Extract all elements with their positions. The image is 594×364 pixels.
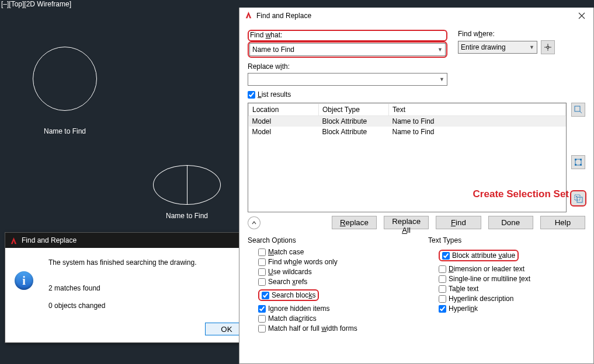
wildcards-checkbox[interactable] [258,268,266,276]
block-attribute-value-label: Block attribute value [452,251,515,260]
chevron-down-icon: ▼ [437,47,443,52]
col-location[interactable]: Location [249,104,319,116]
match-diacritics-label: Match diacritics [268,314,317,323]
table-text-label: Table text [449,285,478,293]
find-where-select[interactable]: Entire drawing▼ [458,41,537,54]
create-selection-set-button[interactable] [570,190,586,206]
dimension-text-checkbox[interactable] [439,265,446,273]
dialog-titlebar[interactable]: Find and Replace [239,8,593,24]
search-xrefs-label: Search xrefs [268,278,307,286]
match-case-label: Match case [268,248,304,256]
ellipse-label: Name to Find [153,212,221,220]
svg-point-11 [576,196,577,197]
wildcards-label: Use wildcards [268,268,312,276]
replace-all-button[interactable]: Replace All [384,216,429,229]
dimension-text-label: Dimension or leader text [449,265,524,273]
ignore-hidden-label: Ignore hidden items [268,304,329,313]
text-types-heading: Text Types [428,236,585,244]
hyperlink-desc-checkbox[interactable] [439,295,446,303]
single-multiline-checkbox[interactable] [439,275,446,283]
col-text[interactable]: Text [389,104,566,116]
messagebox-title: Find and Replace [22,236,232,244]
chevron-down-icon: ▼ [439,76,444,82]
table-row[interactable]: ModelBlock AttributeName to Find [249,116,566,127]
match-diacritics-checkbox[interactable] [258,315,266,323]
messagebox-line1: The system has finished searching the dr… [48,257,196,268]
replace-button[interactable]: Replace [332,216,377,229]
table-row[interactable]: ModelBlock AttributeName to Find [249,127,566,137]
svg-rect-6 [580,159,582,160]
svg-rect-5 [575,159,576,160]
chevron-down-icon: ▼ [529,44,534,50]
search-xrefs-checkbox[interactable] [258,278,266,286]
svg-marker-1 [246,12,251,18]
search-options-heading: Search Options [248,236,405,244]
search-options-group: Search Options Match case Find whole wor… [248,236,405,334]
block-attribute-value-checkbox[interactable] [442,252,450,260]
circle-label: Name to Find [33,127,97,135]
half-full-width-checkbox[interactable] [258,325,266,332]
find-what-label: Find what: [248,30,447,41]
table-text-checkbox[interactable] [439,285,446,293]
replace-with-label: Replace with: [248,62,447,71]
replace-with-input[interactable]: ▼ [248,73,447,86]
half-full-width-label: Match half or full width forms [268,324,357,332]
find-what-input[interactable]: Name to Find▼ [249,43,446,56]
autocad-logo-icon [244,10,253,21]
ellipse-axis [187,166,187,204]
close-icon[interactable] [570,8,593,23]
info-icon: i [15,271,33,290]
ignore-hidden-checkbox[interactable] [258,305,266,313]
find-where-label: Find where: [458,30,575,38]
messagebox-find-complete: Find and Replace i The system has finish… [5,232,256,343]
whole-words-label: Find whole words only [268,258,338,266]
messagebox-line2: 2 matches found [48,279,196,297]
hyperlink-checkbox[interactable] [439,305,446,313]
search-blocks-checkbox[interactable] [262,292,269,299]
whole-words-checkbox[interactable] [258,258,266,266]
text-types-group: Text Types Block attribute value Dimensi… [428,236,585,334]
messagebox-line3: 0 objects changed [48,297,196,314]
done-button[interactable]: Done [488,216,533,229]
svg-rect-3 [575,106,580,111]
svg-rect-7 [575,164,576,166]
svg-rect-2 [547,47,549,48]
hyperlink-desc-label: Hyperlink description [449,295,513,303]
single-multiline-label: Single-line or multiline text [449,275,530,283]
help-button[interactable]: Help [540,216,585,229]
autocad-logo-icon [9,236,18,245]
match-case-checkbox[interactable] [258,249,266,256]
collapse-options-button[interactable] [248,216,260,229]
find-button[interactable]: Find [436,216,481,229]
circle-block[interactable] [33,47,97,111]
hyperlink-label: Hyperlink [449,304,478,313]
annotation-create-selection-set: Create Selection Set [473,188,569,200]
search-blocks-label: Search blocks [272,291,315,299]
svg-rect-8 [580,164,582,166]
svg-marker-0 [11,237,16,243]
zoom-to-button[interactable] [571,103,585,117]
list-results-label: List results [258,90,291,99]
viewport-label[interactable]: [–][Top][2D Wireframe] [1,0,71,8]
col-object-type[interactable]: Object Type [319,104,389,116]
select-objects-button[interactable] [541,40,555,54]
dialog-title: Find and Replace [256,12,570,20]
find-replace-dialog: Find and Replace Find what: Name to Find… [239,8,594,364]
list-results-checkbox[interactable] [248,91,255,99]
select-all-button[interactable] [571,155,585,169]
messagebox-titlebar[interactable]: Find and Replace [5,233,255,248]
